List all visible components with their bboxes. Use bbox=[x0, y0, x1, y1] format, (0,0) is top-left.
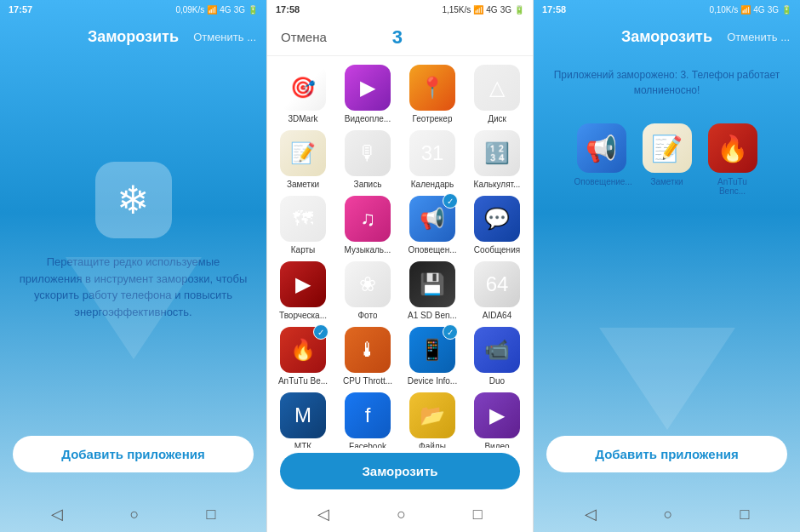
app-item-photos[interactable]: ❀Фото bbox=[339, 261, 397, 320]
right-panel: 17:58 0,10K/s 📶 4G 3G 🔋 Заморозить Отмен… bbox=[534, 0, 800, 532]
app-icon-cpu: 🌡 bbox=[345, 327, 391, 373]
left-status-bar: 17:57 0,09K/s 📶 4G 3G 🔋 bbox=[0, 0, 266, 19]
app-icon-duo: 📹 bbox=[474, 327, 520, 373]
app-label-3dmark: 3DMark bbox=[288, 114, 317, 123]
right-status-bar: 17:58 0,10K/s 📶 4G 3G 🔋 bbox=[534, 0, 800, 19]
app-label-calc: Калькулят... bbox=[474, 180, 521, 189]
triangle-watermark bbox=[66, 257, 202, 359]
app-item-calc[interactable]: 🔢Калькулят... bbox=[468, 130, 526, 189]
app-item-fb[interactable]: fFacebook bbox=[339, 392, 397, 448]
right-bottom-nav: ◁ ○ □ bbox=[534, 498, 800, 532]
right-speed: 0,10K/s bbox=[709, 5, 738, 14]
selected-count-badge: 3 bbox=[392, 26, 403, 49]
right-back-button[interactable]: ◁ bbox=[585, 505, 597, 523]
right-cancel[interactable]: Отменить ... bbox=[727, 31, 790, 43]
right-triangle-watermark bbox=[599, 328, 735, 430]
left-status-icons: 0,09K/s 📶 4G 3G 🔋 bbox=[175, 5, 258, 14]
left-time: 17:57 bbox=[9, 4, 32, 14]
left-recent-button[interactable]: □ bbox=[207, 506, 216, 523]
app-label-record: Запись bbox=[354, 180, 382, 189]
snowflake-icon: ❄ bbox=[95, 162, 172, 238]
frozen-app-icon-antutu-r: 🔥 bbox=[708, 123, 757, 173]
left-add-apps-button[interactable]: Добавить приложения bbox=[13, 436, 254, 472]
app-item-geo[interactable]: 📍Геотрекер bbox=[403, 65, 461, 123]
app-item-mtk[interactable]: MМТК bbox=[274, 392, 332, 448]
frozen-app-icon-notify-r: 📢 bbox=[577, 123, 626, 173]
app-item-video[interactable]: ▶Видеопле... bbox=[339, 65, 397, 123]
app-item-sd[interactable]: 💾A1 SD Ben... bbox=[403, 261, 461, 320]
app-label-antutu: AnTuTu Be... bbox=[278, 376, 328, 386]
app-icon-3dmark: 🎯 bbox=[280, 65, 326, 111]
frozen-app-item-antutu-r[interactable]: 🔥AnTuTu Benc... bbox=[706, 123, 760, 196]
app-item-messages[interactable]: 💬Сообщения bbox=[468, 196, 526, 255]
app-item-video2[interactable]: ▶Видео bbox=[468, 392, 526, 448]
middle-home-button[interactable]: ○ bbox=[397, 506, 406, 523]
left-cancel[interactable]: Отменить ... bbox=[193, 31, 256, 43]
frozen-app-label-notify-r: Оповещение... bbox=[574, 177, 629, 186]
app-label-calendar: Календарь bbox=[411, 180, 454, 189]
app-item-notes[interactable]: 📝Заметки bbox=[274, 130, 332, 189]
middle-status-icons: 1,15K/s 📶 4G 3G 🔋 bbox=[442, 5, 524, 14]
app-label-messages: Сообщения bbox=[474, 245, 520, 255]
app-icon-antutu: 🔥✓ bbox=[280, 327, 326, 373]
app-item-record[interactable]: 🎙Запись bbox=[339, 130, 397, 189]
app-label-aida: AIDA64 bbox=[483, 311, 511, 320]
app-item-3dmark[interactable]: 🎯3DMark bbox=[274, 65, 332, 123]
app-label-drive: Диск bbox=[488, 114, 506, 123]
right-home-button[interactable]: ○ bbox=[664, 506, 673, 523]
left-home-button[interactable]: ○ bbox=[130, 506, 140, 523]
app-label-deviceinfo: Device Info... bbox=[408, 376, 457, 386]
middle-recent-button[interactable]: □ bbox=[473, 506, 483, 523]
app-item-files[interactable]: 📂Файлы bbox=[403, 392, 461, 448]
frozen-app-item-notify-r[interactable]: 📢Оповещение... bbox=[574, 123, 629, 196]
left-title: Заморозить bbox=[88, 28, 179, 46]
right-4g: 4G bbox=[753, 5, 764, 14]
left-back-button[interactable]: ◁ bbox=[51, 505, 63, 523]
frozen-app-label-notes-r: Заметки bbox=[650, 177, 683, 186]
app-label-duo: Duo bbox=[489, 376, 505, 386]
app-label-fb: Facebook bbox=[349, 442, 386, 448]
app-item-cpu[interactable]: 🌡CPU Thrott... bbox=[339, 327, 397, 386]
app-icon-sd: 💾 bbox=[409, 261, 455, 307]
freeze-button[interactable]: Заморозить bbox=[280, 453, 520, 489]
app-icon-calendar: 31 bbox=[409, 130, 455, 176]
middle-panel: 17:58 1,15K/s 📶 4G 3G 🔋 Отмена 3 🎯3DMark… bbox=[266, 0, 534, 532]
app-icon-mtk: M bbox=[280, 392, 326, 438]
app-icon-music: ♫ bbox=[345, 196, 391, 242]
right-header: Заморозить Отменить ... bbox=[534, 19, 800, 54]
app-item-aida[interactable]: 64AIDA64 bbox=[468, 261, 526, 320]
app-check-antutu: ✓ bbox=[313, 324, 329, 340]
right-time: 17:58 bbox=[542, 4, 566, 14]
app-item-antutu[interactable]: 🔥✓AnTuTu Be... bbox=[274, 327, 332, 386]
app-label-notify: Оповещен... bbox=[408, 245, 456, 255]
right-recent-button[interactable]: □ bbox=[740, 506, 750, 523]
app-item-duo[interactable]: 📹Duo bbox=[468, 327, 526, 386]
right-battery-icon: 🔋 bbox=[781, 5, 791, 14]
app-label-creative: Творческа... bbox=[279, 311, 327, 320]
app-label-sd: A1 SD Ben... bbox=[408, 311, 457, 320]
app-item-maps[interactable]: 🗺Карты bbox=[274, 196, 332, 255]
right-add-apps-button[interactable]: Добавить приложения bbox=[546, 436, 787, 472]
app-label-notes: Заметки bbox=[287, 180, 319, 189]
app-label-cpu: CPU Thrott... bbox=[343, 376, 392, 386]
middle-cancel-button[interactable]: Отмена bbox=[281, 30, 327, 44]
middle-4g: 4G bbox=[486, 5, 497, 14]
left-3g: 3G bbox=[234, 5, 245, 14]
app-item-creative[interactable]: ▶Творческа... bbox=[274, 261, 332, 320]
app-item-deviceinfo[interactable]: 📱✓Device Info... bbox=[403, 327, 461, 386]
frozen-apps-row: 📢Оповещение...📝Заметки🔥AnTuTu Benc... bbox=[574, 123, 760, 196]
app-icon-photos: ❀ bbox=[345, 261, 391, 307]
left-bottom-nav: ◁ ○ □ bbox=[0, 498, 266, 532]
app-icon-fb: f bbox=[345, 392, 391, 438]
frozen-app-label-antutu-r: AnTuTu Benc... bbox=[706, 177, 760, 196]
app-item-calendar[interactable]: 31Календарь bbox=[403, 130, 461, 189]
app-item-drive[interactable]: △Диск bbox=[468, 65, 526, 123]
frozen-app-item-notes-r[interactable]: 📝Заметки bbox=[643, 123, 692, 196]
left-battery-icon: 🔋 bbox=[248, 5, 258, 14]
middle-back-button[interactable]: ◁ bbox=[317, 505, 329, 523]
app-item-notify[interactable]: 📢✓Оповещен... bbox=[403, 196, 461, 255]
right-content: Приложений заморожено: 3. Телефон работа… bbox=[534, 54, 800, 427]
left-speed: 0,09K/s bbox=[175, 5, 204, 14]
app-item-music[interactable]: ♫Музыкаль... bbox=[339, 196, 397, 255]
app-icon-notify: 📢✓ bbox=[409, 196, 455, 242]
